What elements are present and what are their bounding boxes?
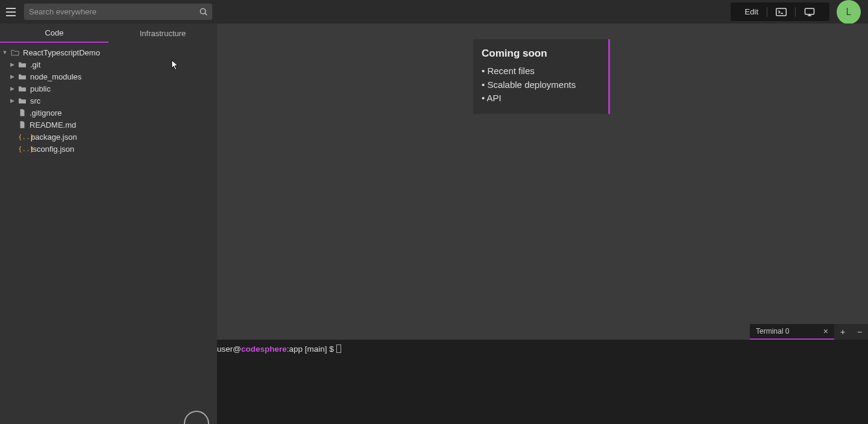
svg-point-0 <box>200 8 206 14</box>
tree-folder[interactable]: ▶ public <box>0 83 217 95</box>
chevron-down-icon: ▼ <box>1 49 8 55</box>
search-field-wrap <box>24 4 212 20</box>
tab-code[interactable]: Code <box>0 23 108 43</box>
panel-item: • API <box>482 92 599 105</box>
search-icon <box>199 7 209 17</box>
folder-open-icon <box>10 49 20 56</box>
close-icon[interactable]: × <box>823 326 828 336</box>
file-tree: ▼ ReactTypescriptDemo ▶ .git ▶ node_modu… <box>0 43 217 158</box>
term-path: :app <box>287 344 303 354</box>
svg-rect-3 <box>805 8 814 14</box>
tree-file[interactable]: .gitignore <box>0 107 217 119</box>
terminal-tab-label: Terminal 0 <box>756 327 789 335</box>
json-icon: {..} <box>18 133 28 141</box>
chevron-right-icon: ▶ <box>8 86 16 92</box>
minimize-terminal-button[interactable]: − <box>851 324 868 340</box>
tree-label: .git <box>30 60 40 69</box>
svg-line-1 <box>205 13 207 15</box>
terminal-cursor <box>336 344 341 353</box>
file-icon <box>18 120 27 129</box>
header-tools: Edit <box>731 2 829 21</box>
term-prompt: $ <box>329 344 334 354</box>
term-branch: [main] <box>303 344 329 354</box>
edit-button[interactable]: Edit <box>737 6 767 17</box>
tree-label: src <box>30 96 40 105</box>
tree-file[interactable]: {..} tsconfig.json <box>0 143 217 155</box>
terminal[interactable]: user@codesphere:app [main] $ <box>217 340 868 424</box>
json-icon: {..} <box>18 145 28 153</box>
file-icon <box>18 108 27 117</box>
terminal-tab[interactable]: Terminal 0 × <box>750 324 834 340</box>
tree-label: tsconfig.json <box>31 145 74 154</box>
folder-icon <box>17 85 27 92</box>
tree-folder[interactable]: ▶ node_modules <box>0 70 217 83</box>
avatar[interactable]: L <box>837 0 861 24</box>
tab-infrastructure[interactable]: Infrastructure <box>108 23 217 43</box>
search-input[interactable] <box>24 4 212 20</box>
coming-soon-panel: Coming soon • Recent files • Scalable de… <box>473 39 610 114</box>
panel-title: Coming soon <box>482 48 599 60</box>
tree-label: public <box>30 84 51 93</box>
tree-folder[interactable]: ▶ .git <box>0 58 217 70</box>
sidebar: Code Infrastructure ▼ ReactTypescriptDem… <box>0 23 217 424</box>
panel-item: • Recent files <box>482 64 599 78</box>
menu-button[interactable] <box>6 6 18 18</box>
tree-root[interactable]: ▼ ReactTypescriptDemo <box>0 46 217 58</box>
term-host: codesphere <box>241 344 287 354</box>
add-terminal-button[interactable]: + <box>834 324 851 340</box>
editor-area: Coming soon • Recent files • Scalable de… <box>217 23 868 324</box>
chevron-right-icon: ▶ <box>8 98 16 104</box>
tree-file[interactable]: {..} package.json <box>0 131 217 143</box>
preview-button[interactable] <box>796 7 823 17</box>
folder-icon <box>17 61 27 68</box>
chevron-right-icon: ▶ <box>8 73 16 80</box>
term-user: user@ <box>217 344 241 354</box>
chevron-right-icon: ▶ <box>8 61 16 67</box>
tree-label: README.md <box>30 120 76 129</box>
tree-label: .gitignore <box>30 108 61 117</box>
tree-label: ReactTypescriptDemo <box>23 48 100 57</box>
folder-icon <box>17 97 27 104</box>
sidebar-fab[interactable] <box>184 411 209 424</box>
tree-folder[interactable]: ▶ src <box>0 95 217 107</box>
panel-item: • Scalable deployments <box>482 78 599 92</box>
tree-label: package.json <box>31 132 77 142</box>
svg-rect-2 <box>776 8 787 16</box>
terminal-button[interactable] <box>767 7 795 17</box>
terminal-icon <box>776 8 787 16</box>
tree-file[interactable]: README.md <box>0 119 217 131</box>
monitor-icon <box>804 8 815 16</box>
tree-label: node_modules <box>30 72 81 81</box>
folder-icon <box>17 73 27 80</box>
